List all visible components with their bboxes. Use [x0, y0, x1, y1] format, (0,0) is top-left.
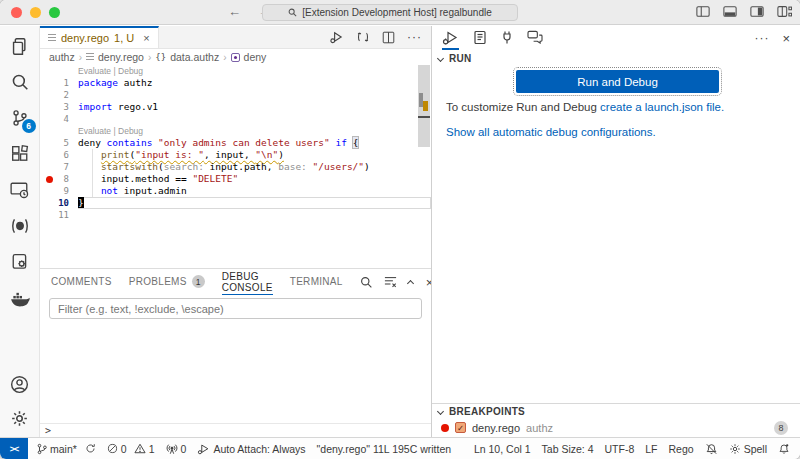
run-and-debug-view-icon[interactable]: [442, 26, 459, 50]
breakpoint-row[interactable]: ✓ deny.rego authz 8: [432, 419, 800, 436]
code-text[interactable]: startswith(search: input.path, base: "/u…: [78, 161, 431, 173]
code-text[interactable]: print("input is: ", input, "\n"): [78, 149, 431, 161]
minimize-window-button[interactable]: [30, 7, 41, 18]
line-number[interactable]: 8: [64, 173, 78, 185]
code-line[interactable]: 4: [40, 113, 431, 125]
gutter[interactable]: 2: [40, 89, 78, 101]
problems-item[interactable]: 0 1: [107, 443, 155, 455]
language-mode-item[interactable]: Rego: [669, 443, 694, 455]
breadcrumb-item[interactable]: deny: [244, 51, 267, 63]
code-token[interactable]: ): [278, 149, 284, 160]
git-branch-item[interactable]: main*: [37, 443, 96, 455]
gutter[interactable]: 3: [40, 101, 78, 113]
code-text[interactable]: [78, 209, 431, 221]
cursor-position-item[interactable]: Ln 10, Col 1: [474, 443, 531, 455]
line-number[interactable]: 7: [64, 161, 78, 173]
views-more-actions-icon[interactable]: ···: [754, 31, 769, 45]
breakpoint-dot[interactable]: [46, 176, 53, 183]
code-token[interactable]: "\n": [255, 149, 278, 160]
tab-comments[interactable]: COMMENTS: [51, 269, 112, 295]
code-text[interactable]: not input.admin: [78, 185, 431, 197]
maximize-window-button[interactable]: [49, 7, 60, 18]
close-tab-icon[interactable]: ×: [143, 32, 149, 44]
code-token[interactable]: rego.v1: [112, 101, 158, 112]
codelens-text[interactable]: Evaluate | Debug: [78, 125, 431, 137]
gutter[interactable]: 11: [40, 209, 78, 221]
codelens-row[interactable]: Evaluate | Debug: [40, 125, 431, 137]
run-file-icon[interactable]: [329, 30, 344, 44]
code-token[interactable]: input.admin: [118, 185, 187, 196]
code-token[interactable]: base:: [278, 161, 307, 172]
code-token[interactable]: startswith: [101, 161, 158, 172]
code-token[interactable]: ): [364, 161, 370, 172]
clear-console-icon[interactable]: [384, 276, 397, 288]
tab-problems[interactable]: PROBLEMS1: [129, 269, 205, 295]
docker-icon[interactable]: [9, 287, 31, 309]
line-number[interactable]: 1: [64, 77, 78, 89]
code-token[interactable]: package: [78, 77, 118, 88]
gutter[interactable]: 1: [40, 77, 78, 89]
line-number[interactable]: 9: [64, 185, 78, 197]
gutter[interactable]: 7: [40, 161, 78, 173]
maximize-panel-icon[interactable]: [407, 280, 414, 287]
spell-checker-item[interactable]: Spell: [729, 443, 767, 455]
close-window-button[interactable]: [11, 7, 22, 18]
codelens-text[interactable]: Evaluate | Debug: [78, 65, 431, 77]
command-center-search[interactable]: [Extension Development Host] regalbundle: [262, 4, 518, 21]
gutter[interactable]: 4: [40, 113, 78, 125]
code-line[interactable]: 5deny contains "only admins can delete u…: [40, 137, 431, 149]
code-line[interactable]: 11: [40, 209, 431, 221]
feedback-muted-item[interactable]: [705, 443, 718, 455]
code-text[interactable]: [78, 113, 431, 125]
line-number[interactable]: 3: [64, 101, 78, 113]
indentation-item[interactable]: Tab Size: 4: [542, 443, 594, 455]
encoding-item[interactable]: UTF-8: [605, 443, 635, 455]
code-line[interactable]: 10}: [40, 197, 431, 209]
line-number[interactable]: 5: [64, 137, 78, 149]
code-text[interactable]: import rego.v1: [78, 101, 431, 113]
tab-terminal[interactable]: TERMINAL: [290, 269, 343, 295]
breadcrumb-item[interactable]: authz: [49, 51, 75, 63]
search-sidebar-icon[interactable]: [9, 71, 31, 93]
code-text[interactable]: package authz: [78, 77, 431, 89]
code-text[interactable]: }: [78, 197, 431, 209]
code-line[interactable]: 8 input.method == "DELETE": [40, 173, 431, 185]
code-token[interactable]: deny: [78, 137, 107, 148]
debug-console-filter-input[interactable]: [49, 298, 422, 319]
code-token[interactable]: "/users/": [313, 161, 364, 172]
breakpoints-section-header[interactable]: BREAKPOINTS: [432, 404, 800, 419]
customize-layout-icon[interactable]: [777, 5, 792, 18]
task-settings-icon[interactable]: [9, 251, 31, 273]
run-section-header[interactable]: RUN: [432, 50, 800, 67]
code-token[interactable]: }: [78, 197, 84, 208]
explorer-icon[interactable]: [9, 35, 31, 57]
extensions-icon[interactable]: [9, 143, 31, 165]
code-token[interactable]: import: [78, 101, 112, 112]
code-token[interactable]: input.method: [101, 173, 175, 184]
code-token[interactable]: authz: [118, 77, 152, 88]
breadcrumb-item[interactable]: data.authz: [170, 51, 219, 63]
ports-item[interactable]: 0: [166, 443, 187, 455]
panel-search-icon[interactable]: [360, 276, 373, 289]
code-token[interactable]: contains: [107, 137, 153, 148]
output-view-icon[interactable]: [473, 26, 487, 50]
close-sidebar-icon[interactable]: ×: [782, 31, 790, 46]
comments-view-icon[interactable]: [527, 26, 543, 50]
breadcrumb-item[interactable]: deny.rego: [98, 51, 144, 63]
notifications-item[interactable]: [778, 443, 790, 455]
create-launch-json-link[interactable]: create a launch.json file.: [600, 101, 724, 113]
gutter[interactable]: 5: [40, 137, 78, 149]
code-text[interactable]: deny contains "only admins can delete us…: [78, 137, 431, 149]
source-control-icon[interactable]: 6: [9, 107, 31, 129]
code-line[interactable]: 3import rego.v1: [40, 101, 431, 113]
line-number[interactable]: 6: [64, 149, 78, 161]
code-token[interactable]: [347, 137, 353, 148]
remote-explorer-icon[interactable]: [9, 179, 31, 201]
codelens-link[interactable]: Evaluate | Debug: [78, 66, 143, 76]
code-line[interactable]: 2: [40, 89, 431, 101]
line-number[interactable]: 4: [64, 113, 78, 125]
toggle-panel-icon[interactable]: [723, 5, 737, 18]
code-token[interactable]: "DELETE": [192, 173, 238, 184]
gutter[interactable]: 9: [40, 185, 78, 197]
line-number[interactable]: 10: [58, 197, 78, 209]
